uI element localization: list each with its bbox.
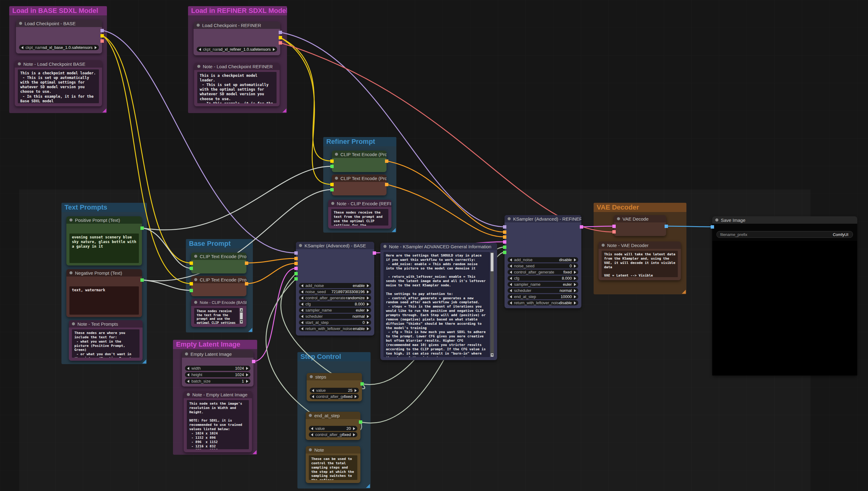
node-note-step-control[interactable]: Note These can be used to control the to… xyxy=(306,446,360,483)
node-vae-decode[interactable]: VAE Decode xyxy=(614,215,666,236)
increment-arrow-icon[interactable] xyxy=(367,290,369,293)
port-conditioning-output[interactable] xyxy=(245,282,248,285)
widget-value[interactable]: value25 xyxy=(310,388,359,393)
note-text[interactable]: These can be used to control the total s… xyxy=(309,455,357,480)
node-note-text-prompts[interactable]: Note - Text Prompts These nodes are wher… xyxy=(69,320,143,361)
increment-arrow-icon[interactable] xyxy=(574,258,576,261)
scroll-down-icon[interactable] xyxy=(491,353,493,357)
node-clip-encode-base-positive[interactable]: CLIP Text Encode (Prompt) xyxy=(191,253,247,273)
decrement-arrow-icon[interactable] xyxy=(510,277,512,280)
port-positive-input[interactable] xyxy=(294,257,298,260)
port-start-at-step-input[interactable] xyxy=(503,251,507,254)
port-steps-input[interactable] xyxy=(294,272,298,275)
port-model-output[interactable] xyxy=(279,31,282,34)
scrollbar[interactable] xyxy=(490,252,494,357)
port-conditioning-output[interactable] xyxy=(385,183,388,186)
port-clip-input[interactable] xyxy=(190,282,193,285)
port-end-at-step-input[interactable] xyxy=(294,277,298,281)
port-positive-input[interactable] xyxy=(503,230,507,234)
port-clip-output[interactable] xyxy=(279,36,282,39)
node-load-checkpoint-refiner[interactable]: Load Checkpoint - REFINER ckpt_namesd_xl… xyxy=(194,22,280,55)
scroll-up-icon[interactable] xyxy=(240,308,243,312)
widget-sampler-name[interactable]: sampler_nameeuler xyxy=(508,282,578,287)
widget-batch-size[interactable]: batch_size1 xyxy=(185,379,251,384)
decrement-arrow-icon[interactable] xyxy=(311,427,313,430)
port-vae-output[interactable] xyxy=(100,39,104,43)
widget-value[interactable]: value20 xyxy=(309,426,357,431)
port-clip-input[interactable] xyxy=(190,261,193,265)
port-latent-image-input[interactable] xyxy=(503,240,507,244)
port-text-input[interactable] xyxy=(190,267,193,270)
node-save-image[interactable]: Save Image filename_prefixComfyUI xyxy=(712,216,857,375)
note-text[interactable]: This node will take the latent data from… xyxy=(602,251,678,277)
decrement-arrow-icon[interactable] xyxy=(510,301,512,305)
note-text[interactable]: This is a checkpoint model loader. - Thi… xyxy=(197,72,277,103)
decrement-arrow-icon[interactable] xyxy=(510,258,512,261)
decrement-arrow-icon[interactable] xyxy=(311,433,313,436)
port-clip-input[interactable] xyxy=(330,183,334,186)
decrement-arrow-icon[interactable] xyxy=(510,271,512,274)
widget-control-after-generate[interactable]: control_after_generatefixed xyxy=(508,269,578,275)
port-text-output[interactable] xyxy=(140,278,144,282)
decrement-arrow-icon[interactable] xyxy=(187,367,189,370)
port-conditioning-output[interactable] xyxy=(385,160,388,163)
node-empty-latent-image[interactable]: Empty Latent Image width1024 height1024 … xyxy=(182,350,254,386)
increment-arrow-icon[interactable] xyxy=(273,48,275,51)
node-note-load-checkpoint-base[interactable]: Note - Load Checkpoint BASE This is a ch… xyxy=(15,60,102,106)
widget-return-with-leftover-noise[interactable]: return_with_leftover_noiseenable xyxy=(299,326,371,331)
port-vae-input[interactable] xyxy=(612,230,616,233)
increment-arrow-icon[interactable] xyxy=(367,296,369,299)
port-images-input[interactable] xyxy=(711,225,714,229)
node-ksampler-advanced-base[interactable]: KSampler (Advanced) - BASE add_noiseenab… xyxy=(296,242,374,336)
decrement-arrow-icon[interactable] xyxy=(510,283,512,286)
scrollbar[interactable] xyxy=(240,308,243,323)
note-text[interactable]: This node sets the image's resolution in… xyxy=(187,400,249,449)
widget-control-after-generate[interactable]: control_after_generatefixed xyxy=(309,432,357,437)
increment-arrow-icon[interactable] xyxy=(246,373,248,376)
port-conditioning-output[interactable] xyxy=(245,261,248,265)
increment-arrow-icon[interactable] xyxy=(353,427,355,430)
node-steps-primitive[interactable]: steps value25 control_after_generatefixe… xyxy=(307,373,362,401)
increment-arrow-icon[interactable] xyxy=(354,395,357,398)
increment-arrow-icon[interactable] xyxy=(574,283,576,286)
decrement-arrow-icon[interactable] xyxy=(510,295,512,298)
widget-add-noise[interactable]: add_noiseenable xyxy=(299,283,371,288)
node-note-load-checkpoint-refiner[interactable]: Note - Load Checkpoint REFINER This is a… xyxy=(194,63,280,106)
note-text[interactable]: These nodes receive the text from the pr… xyxy=(331,209,388,226)
widget-scheduler[interactable]: schedulernormal xyxy=(299,314,371,319)
widget-return-with-leftover-noise[interactable]: return_with_leftover_noisedisable xyxy=(508,300,578,306)
node-ksampler-advanced-refiner[interactable]: KSampler (Advanced) - REFINER add_noised… xyxy=(504,215,581,308)
port-samples-input[interactable] xyxy=(612,225,616,228)
increment-arrow-icon[interactable] xyxy=(95,46,97,49)
port-latent-output[interactable] xyxy=(373,251,376,255)
port-latent-output[interactable] xyxy=(580,225,583,229)
port-int-output[interactable] xyxy=(360,382,364,385)
increment-arrow-icon[interactable] xyxy=(246,380,248,383)
increment-arrow-icon[interactable] xyxy=(574,277,576,280)
decrement-arrow-icon[interactable] xyxy=(187,380,189,383)
widget-noise-seed[interactable]: noise_seed721897303308196 xyxy=(299,289,371,294)
decrement-arrow-icon[interactable] xyxy=(301,290,303,293)
note-text[interactable]: Here are the settings that SHOULD stay i… xyxy=(383,252,490,357)
increment-arrow-icon[interactable] xyxy=(353,433,355,436)
prompt-textarea[interactable]: evening sunset scenery blue sky nature, … xyxy=(69,233,139,263)
widget-width[interactable]: width1024 xyxy=(185,366,251,371)
widget-control-after-generate[interactable]: control_after_generaterandomize xyxy=(299,295,371,300)
port-text-input[interactable] xyxy=(330,165,334,168)
increment-arrow-icon[interactable] xyxy=(574,301,576,305)
widget-ckpt-name[interactable]: ckpt_namesd_xl_base_1.0.safetensors xyxy=(19,45,99,50)
decrement-arrow-icon[interactable] xyxy=(301,321,303,324)
increment-arrow-icon[interactable] xyxy=(354,389,357,392)
node-clip-encode-refiner-negative[interactable]: CLIP Text Encode (Prompt) xyxy=(332,175,386,195)
decrement-arrow-icon[interactable] xyxy=(301,284,303,287)
decrement-arrow-icon[interactable] xyxy=(301,302,303,306)
decrement-arrow-icon[interactable] xyxy=(312,395,314,398)
node-end-at-step-primitive[interactable]: end_at_step value20 control_after_genera… xyxy=(306,412,360,440)
increment-arrow-icon[interactable] xyxy=(574,271,576,274)
decrement-arrow-icon[interactable] xyxy=(301,309,303,312)
scroll-down-icon[interactable] xyxy=(240,320,243,323)
node-negative-prompt[interactable]: Negative Prompt (Text) text, watermark xyxy=(66,269,142,317)
port-negative-input[interactable] xyxy=(503,235,507,239)
node-clip-encode-base-negative[interactable]: CLIP Text Encode (Prompt) xyxy=(191,276,247,296)
port-image-output[interactable] xyxy=(665,225,668,228)
